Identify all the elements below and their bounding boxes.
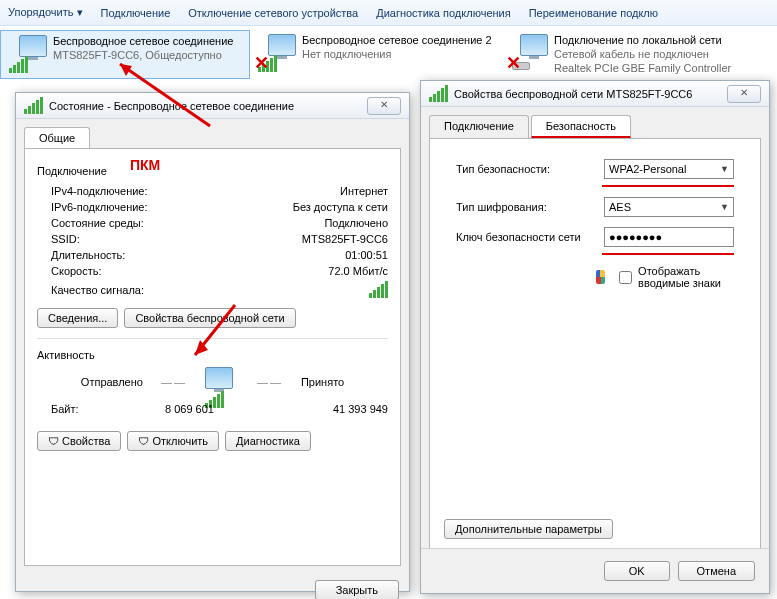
close-button[interactable]: ✕ — [367, 97, 401, 115]
network-item-sub: MTS825FT-9CC6, Общедоступно — [53, 49, 233, 63]
wifi-props-button[interactable]: Свойства беспроводной сети — [124, 308, 295, 328]
tab-security[interactable]: Безопасность — [531, 115, 631, 138]
sent-label: Отправлено — [81, 376, 143, 388]
signal-bars-icon — [369, 281, 388, 298]
ssid-value: MTS825FT-9CC6 — [302, 233, 388, 245]
activity-icon — [205, 367, 239, 397]
network-item-title: Подключение по локальной сети — [554, 34, 731, 48]
security-key-input[interactable]: ●●●●●●●● — [604, 227, 734, 247]
security-type-label: Тип безопасности: — [456, 163, 596, 175]
bytes-recv: 41 393 949 — [333, 403, 388, 415]
diagnose-button[interactable]: Диагностика — [225, 431, 311, 451]
network-item-title: Беспроводное сетевое соединение — [53, 35, 233, 49]
tabstrip: Общие — [24, 127, 401, 148]
speed-label: Скорость: — [51, 265, 102, 277]
properties-button[interactable]: 🛡 Свойства — [37, 431, 121, 451]
network-item-sub: Нет подключения — [302, 48, 492, 62]
wifi-bars-icon — [24, 97, 43, 114]
toolbar-diagnose[interactable]: Диагностика подключения — [376, 7, 510, 19]
dialog-titlebar: Состояние - Беспроводное сетевое соедине… — [16, 93, 409, 119]
toolbar-rename[interactable]: Переименование подклю — [529, 7, 658, 19]
disable-button[interactable]: 🛡 Отключить — [127, 431, 219, 451]
signal-label: Качество сигнала: — [51, 284, 144, 296]
media-value: Подключено — [324, 217, 388, 229]
network-item-sub: Сетевой кабель не подключен — [554, 48, 731, 62]
ok-button[interactable]: OK — [604, 561, 670, 581]
status-dialog: Состояние - Беспроводное сетевое соедине… — [15, 92, 410, 592]
toolbar-organize[interactable]: Упорядочить ▾ — [8, 6, 83, 19]
rmb-annotation: ПКМ — [130, 157, 160, 173]
dialog-titlebar: Свойства беспроводной сети MTS825FT-9CC6… — [421, 81, 769, 107]
close-dialog-button[interactable]: Закрыть — [315, 580, 399, 599]
media-label: Состояние среды: — [51, 217, 144, 229]
toolbar-disable-device[interactable]: Отключение сетевого устройства — [188, 7, 358, 19]
encryption-combo[interactable]: AES▼ — [604, 197, 734, 217]
network-items-row: Беспроводное сетевое соединение MTS825FT… — [0, 26, 777, 85]
duration-value: 01:00:51 — [345, 249, 388, 261]
network-item-text: Беспроводное сетевое соединение MTS825FT… — [53, 35, 233, 63]
cancel-button[interactable]: Отмена — [678, 561, 755, 581]
ssid-label: SSID: — [51, 233, 80, 245]
network-item-text: Беспроводное сетевое соединение 2 Нет по… — [302, 34, 492, 62]
tab-body: Тип безопасности: WPA2-Personal▼ Тип шиф… — [429, 138, 761, 558]
wifi-icon — [9, 35, 47, 73]
dialog-title: Состояние - Беспроводное сетевое соедине… — [49, 100, 361, 112]
bytes-sent: 8 069 601 — [165, 403, 214, 415]
toolbar: Упорядочить ▾ Подключение Отключение сет… — [0, 0, 777, 26]
advanced-button[interactable]: Дополнительные параметры — [444, 519, 613, 539]
speed-value: 72.0 Мбит/с — [328, 265, 388, 277]
network-item-title: Беспроводное сетевое соединение 2 — [302, 34, 492, 48]
shield-icon — [596, 270, 605, 284]
group-activity: Активность — [37, 349, 388, 361]
ipv6-label: IPv6-подключение: — [51, 201, 148, 213]
lan-icon: ✕ — [510, 34, 548, 72]
network-item-lan[interactable]: ✕ Подключение по локальной сети Сетевой … — [502, 30, 762, 79]
security-key-label: Ключ безопасности сети — [456, 231, 596, 243]
tab-general[interactable]: Общие — [24, 127, 90, 148]
dialog-title: Свойства беспроводной сети MTS825FT-9CC6 — [454, 88, 721, 100]
tab-connection[interactable]: Подключение — [429, 115, 529, 138]
tab-body: ПКМ Подключение IPv4-подключение:Интерне… — [24, 148, 401, 566]
show-chars-checkbox[interactable] — [619, 271, 632, 284]
network-item-sub2: Realtek PCIe GBE Family Controller — [554, 62, 731, 76]
tabstrip: Подключение Безопасность — [429, 115, 761, 138]
ipv4-label: IPv4-подключение: — [51, 185, 148, 197]
wifi-icon: ✕ — [258, 34, 296, 72]
ipv6-value: Без доступа к сети — [293, 201, 388, 213]
security-type-combo[interactable]: WPA2-Personal▼ — [604, 159, 734, 179]
bytes-label: Байт: — [51, 403, 79, 415]
show-chars-label: Отображать вводимые знаки — [638, 265, 734, 289]
duration-label: Длительность: — [51, 249, 125, 261]
wifi-properties-dialog: Свойства беспроводной сети MTS825FT-9CC6… — [420, 80, 770, 594]
network-item-wifi-2[interactable]: ✕ Беспроводное сетевое соединение 2 Нет … — [250, 30, 502, 79]
ipv4-value: Интернет — [340, 185, 388, 197]
network-item-text: Подключение по локальной сети Сетевой ка… — [554, 34, 731, 75]
encryption-label: Тип шифрования: — [456, 201, 596, 213]
wifi-bars-icon — [429, 85, 448, 102]
toolbar-connect[interactable]: Подключение — [101, 7, 171, 19]
network-item-wifi-1[interactable]: Беспроводное сетевое соединение MTS825FT… — [0, 30, 250, 79]
details-button[interactable]: Сведения... — [37, 308, 118, 328]
received-label: Принято — [301, 376, 344, 388]
close-button[interactable]: ✕ — [727, 85, 761, 103]
group-connection: Подключение — [37, 165, 388, 177]
